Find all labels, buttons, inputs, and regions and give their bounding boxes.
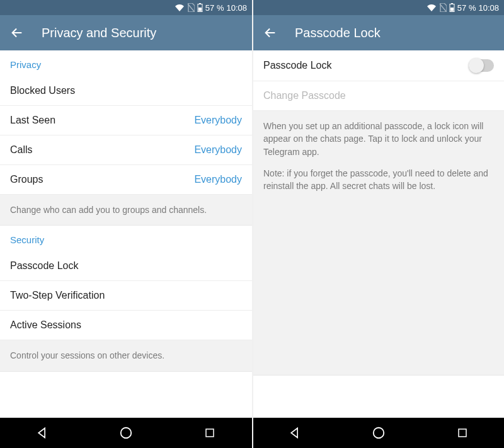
item-label: Passcode Lock <box>263 60 332 71</box>
back-arrow-icon[interactable] <box>10 26 24 40</box>
content-area: Passcode Lock Change Passcode When you s… <box>253 50 504 418</box>
nav-back-icon[interactable] <box>276 427 314 439</box>
nav-back-icon[interactable] <box>23 427 61 439</box>
helper-para-2: Note: if you forget the passcode, you'll… <box>263 167 494 193</box>
svg-rect-7 <box>450 8 454 11</box>
item-change-passcode: Change Passcode <box>253 81 504 111</box>
item-label: Calls <box>10 144 33 156</box>
battery-percent: 57 % <box>457 3 476 13</box>
item-label: Passcode Lock <box>10 260 79 272</box>
page-title: Passcode Lock <box>295 26 381 40</box>
phone-passcode-lock: 57 % 10:08 Passcode Lock Passcode Lock C… <box>252 0 504 448</box>
battery-icon <box>197 3 203 12</box>
android-navbar <box>0 418 252 448</box>
item-passcode-lock-toggle[interactable]: Passcode Lock <box>253 50 504 81</box>
item-label: Blocked Users <box>10 85 75 96</box>
item-label: Active Sessions <box>10 319 81 331</box>
item-value: Everybody <box>194 174 242 185</box>
item-active-sessions[interactable]: Active Sessions <box>0 311 252 340</box>
item-two-step-verification[interactable]: Two-Step Verification <box>0 281 252 311</box>
helper-sessions: Control your sessions on other devices. <box>0 340 252 371</box>
item-blocked-users[interactable]: Blocked Users <box>0 76 252 106</box>
no-sim-icon <box>439 3 447 12</box>
section-header-privacy: Privacy <box>0 50 252 76</box>
battery-percent: 57 % <box>205 3 224 13</box>
back-arrow-icon[interactable] <box>263 26 277 40</box>
helper-para-1: When you set up an additional passcode, … <box>263 120 494 158</box>
status-time: 10:08 <box>478 3 499 13</box>
nav-home-icon[interactable] <box>360 426 398 440</box>
item-label: Two-Step Verification <box>10 290 105 301</box>
svg-rect-9 <box>459 429 466 437</box>
status-bar: 57 % 10:08 <box>253 0 504 15</box>
nav-recent-icon[interactable] <box>444 427 481 439</box>
section-header-security: Security <box>0 226 252 251</box>
no-sim-icon <box>187 3 195 12</box>
app-header: Privacy and Security <box>0 15 252 50</box>
item-calls[interactable]: Calls Everybody <box>0 135 252 165</box>
content-area: Privacy Blocked Users Last Seen Everybod… <box>0 50 252 418</box>
nav-recent-icon[interactable] <box>191 427 229 439</box>
status-time: 10:08 <box>226 3 247 13</box>
battery-icon <box>449 3 455 12</box>
svg-rect-2 <box>198 8 202 11</box>
item-value: Everybody <box>194 115 242 126</box>
nav-home-icon[interactable] <box>107 426 145 440</box>
wifi-icon <box>175 4 185 11</box>
item-label: Change Passcode <box>263 90 346 101</box>
helper-passcode-info: When you set up an additional passcode, … <box>253 111 504 376</box>
item-label: Groups <box>10 174 43 185</box>
android-navbar <box>253 418 504 448</box>
toggle-switch[interactable] <box>469 59 494 72</box>
item-label: Last Seen <box>10 115 55 126</box>
svg-point-3 <box>121 428 132 439</box>
app-header: Passcode Lock <box>253 15 504 50</box>
item-groups[interactable]: Groups Everybody <box>0 165 252 195</box>
page-title: Privacy and Security <box>42 26 156 40</box>
svg-rect-4 <box>206 429 214 437</box>
helper-groups: Change who can add you to groups and cha… <box>0 195 252 226</box>
item-last-seen[interactable]: Last Seen Everybody <box>0 106 252 135</box>
phone-privacy-security: 57 % 10:08 Privacy and Security Privacy … <box>0 0 252 448</box>
item-value: Everybody <box>194 144 242 156</box>
item-passcode-lock[interactable]: Passcode Lock <box>0 251 252 281</box>
svg-point-8 <box>374 428 384 439</box>
wifi-icon <box>427 4 437 11</box>
status-bar: 57 % 10:08 <box>0 0 252 15</box>
